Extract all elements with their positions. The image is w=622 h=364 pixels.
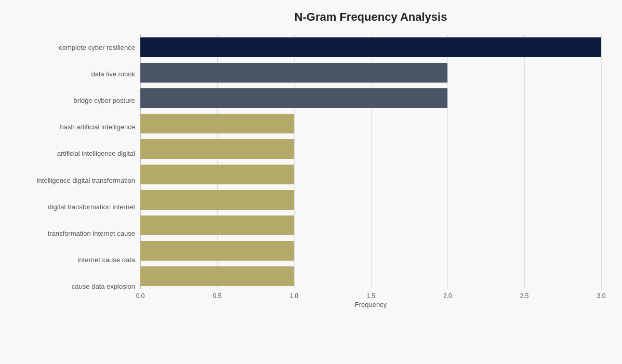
bar-row bbox=[140, 215, 601, 236]
x-axis-labels: 0.00.51.01.52.02.53.0 bbox=[140, 289, 601, 300]
y-label: artificial intelligence digital bbox=[5, 140, 140, 167]
bar bbox=[140, 190, 294, 210]
x-tick-label: 3.0 bbox=[597, 292, 606, 300]
grid-line bbox=[601, 34, 602, 289]
y-label: bridge cyber posture bbox=[5, 87, 140, 114]
x-axis-title: Frequency bbox=[355, 301, 387, 308]
bar-row bbox=[140, 139, 601, 159]
bar-row bbox=[140, 164, 601, 185]
bar-row bbox=[140, 88, 601, 109]
bar bbox=[140, 215, 294, 235]
x-tick-label: 2.5 bbox=[520, 292, 529, 300]
x-label-row: 0.00.51.01.52.02.53.0 Frequency bbox=[140, 289, 601, 315]
bar bbox=[140, 88, 447, 108]
chart-container: N-Gram Frequency Analysis complete cyber… bbox=[0, 0, 622, 364]
bar bbox=[140, 266, 294, 286]
bars-section bbox=[140, 34, 601, 289]
plot-area: 0.00.51.01.52.02.53.0 Frequency bbox=[140, 34, 601, 315]
bar-row bbox=[140, 37, 601, 58]
bar bbox=[140, 63, 447, 83]
y-label: transformation internet cause bbox=[5, 220, 140, 247]
chart-area: complete cyber resiliencedata live rubri… bbox=[5, 34, 601, 315]
chart-title: N-Gram Frequency Analysis bbox=[140, 10, 601, 24]
y-label: data live rubrik bbox=[5, 61, 140, 87]
bar-row bbox=[140, 266, 601, 287]
bar bbox=[140, 114, 294, 133]
y-label: complete cyber resilience bbox=[5, 34, 140, 61]
bar-row bbox=[140, 113, 601, 134]
bar bbox=[140, 139, 294, 159]
bar-row bbox=[140, 62, 601, 83]
bar-row bbox=[140, 190, 601, 210]
bar bbox=[140, 241, 294, 261]
x-tick-label: 2.0 bbox=[443, 292, 452, 300]
x-tick-label: 1.0 bbox=[289, 292, 298, 300]
x-tick-label: 1.5 bbox=[366, 292, 375, 300]
y-label: cause data explosion bbox=[5, 273, 140, 300]
bar bbox=[140, 37, 601, 57]
y-label: internet cause data bbox=[5, 247, 140, 273]
y-label: digital transformation internet bbox=[5, 194, 140, 220]
y-label: hash artificial intelligence bbox=[5, 114, 140, 140]
x-tick-label: 0.0 bbox=[136, 292, 145, 300]
bar-row bbox=[140, 240, 601, 261]
y-labels: complete cyber resiliencedata live rubri… bbox=[5, 34, 140, 315]
y-label: intelligence digital transformation bbox=[5, 167, 140, 193]
x-tick-label: 0.5 bbox=[213, 292, 221, 300]
bar bbox=[140, 165, 294, 184]
bar-rows bbox=[140, 34, 601, 289]
